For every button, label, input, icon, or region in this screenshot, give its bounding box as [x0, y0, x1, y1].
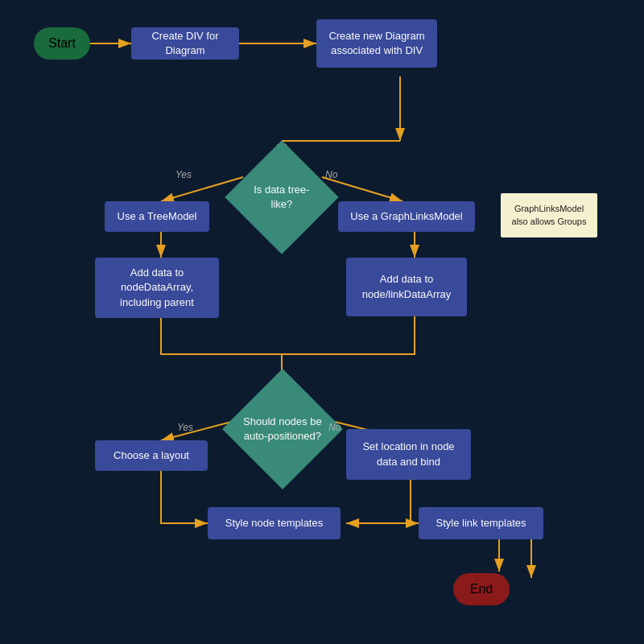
style-links-label: Style link templates [436, 516, 526, 530]
auto-position-label: Should nodes be auto-positioned? [243, 415, 322, 442]
style-nodes-node: Style node templates [208, 507, 341, 539]
choose-layout-label: Choose a layout [114, 448, 189, 463]
yes-label-tree: Yes [175, 169, 192, 180]
is-tree-diamond: Is data tree-like? [225, 140, 338, 254]
style-links-node: Style link templates [419, 507, 543, 539]
start-label: Start [48, 36, 76, 51]
note-label: GraphLinksModel also allows Groups [507, 203, 591, 228]
end-label: End [470, 582, 493, 597]
create-diagram-node: Create new Diagram associated with DIV [316, 19, 437, 68]
add-tree-data-node: Add data to nodeDataArray, including par… [95, 258, 219, 318]
use-graph-label: Use a GraphLinksModel [350, 209, 462, 224]
create-diagram-label: Create new Diagram associated with DIV [326, 29, 427, 58]
use-graph-node: Use a GraphLinksModel [338, 201, 475, 232]
style-nodes-label: Style node templates [225, 516, 323, 530]
auto-position-diamond: Should nodes be auto-positioned? [222, 369, 343, 489]
add-graph-data-node: Add data to node/linkDataArray [346, 258, 467, 316]
arrows-svg [0, 0, 644, 644]
set-location-node: Set location in node data and bind [346, 429, 471, 480]
auto-position-inner: Should nodes be auto-positioned? [240, 411, 325, 447]
yes-label-auto: Yes [177, 422, 193, 433]
end-node: End [453, 573, 510, 605]
no-label-tree: No [325, 169, 337, 180]
use-tree-node: Use a TreeModel [105, 201, 209, 232]
create-div-label: Create DIV for Diagram [141, 29, 229, 58]
add-graph-data-label: Add data to node/linkDataArray [356, 272, 457, 301]
is-tree-label: Is data tree-like? [254, 184, 309, 210]
choose-layout-node: Choose a layout [95, 440, 208, 471]
use-tree-label: Use a TreeModel [118, 209, 197, 224]
no-label-auto: No [328, 422, 341, 433]
add-tree-data-label: Add data to nodeDataArray, including par… [105, 266, 209, 310]
set-location-label: Set location in node data and bind [356, 440, 461, 469]
is-tree-inner: Is data tree-like? [242, 180, 322, 215]
create-div-node: Create DIV for Diagram [131, 27, 239, 60]
start-node: Start [34, 27, 90, 60]
diagram-container: Start Create DIV for Diagram Create new … [0, 0, 644, 644]
note-node: GraphLinksModel also allows Groups [501, 193, 597, 237]
